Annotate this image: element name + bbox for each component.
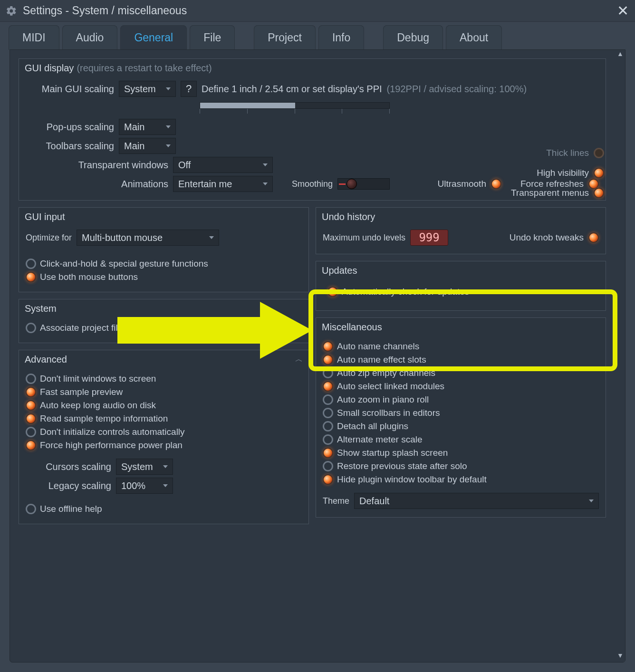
- misc-item-5[interactable]: Small scrollbars in editors: [323, 408, 599, 418]
- advanced-item-4[interactable]: Don't initialize controls automatically: [26, 427, 302, 437]
- advanced-item-1[interactable]: Fast sample preview: [26, 387, 302, 397]
- tab-info[interactable]: Info: [318, 25, 364, 50]
- chevron-down-icon: [263, 163, 268, 166]
- panel-undo-history: Undo history Maximum undo levels 999 Und…: [316, 207, 606, 254]
- window-title: Settings - System / miscellaneous: [23, 4, 616, 17]
- tab-midi[interactable]: MIDI: [9, 25, 59, 50]
- chevron-down-icon: [209, 236, 214, 239]
- chevron-down-icon: [163, 484, 168, 487]
- misc-item-1[interactable]: Auto name effect slots: [323, 355, 599, 365]
- optimize-dropdown[interactable]: Multi-button mouse: [77, 230, 219, 246]
- optimize-label: Optimize for: [26, 233, 72, 243]
- cursors-scaling-dropdown[interactable]: System: [116, 459, 173, 475]
- titlebar: Settings - System / miscellaneous ✕: [0, 0, 635, 22]
- advanced-header: Advanced: [25, 354, 67, 365]
- smoothing-slider[interactable]: [337, 178, 390, 190]
- transparent-windows-dropdown[interactable]: Off: [173, 157, 273, 173]
- popups-dropdown[interactable]: Main: [119, 119, 176, 135]
- ppi-slider[interactable]: [200, 102, 390, 109]
- cursors-scaling-label: Cursors scaling: [26, 461, 111, 472]
- advanced-item-2[interactable]: Auto keep long audio on disk: [26, 400, 302, 411]
- scrollbar[interactable]: ▲ ▼: [616, 50, 625, 662]
- help-button[interactable]: ?: [181, 81, 197, 97]
- popups-label: Pop-ups scaling: [26, 122, 114, 133]
- smoothing-label: Smoothing: [292, 179, 333, 189]
- system-header: System: [25, 303, 57, 314]
- transparent-windows-label: Transparent windows: [26, 160, 168, 171]
- ppi-label: Define 1 inch / 2.54 cm or set display's…: [202, 84, 382, 95]
- updates-header: Updates: [322, 265, 357, 276]
- high-visibility-toggle[interactable]: High visibility: [537, 168, 604, 178]
- misc-header: Miscellaneous: [322, 322, 382, 333]
- max-undo-label: Maximum undo levels: [323, 233, 405, 243]
- main-scaling-dropdown[interactable]: System: [119, 81, 176, 97]
- theme-dropdown[interactable]: Default: [354, 493, 599, 509]
- misc-item-7[interactable]: Alternate meter scale: [323, 434, 599, 445]
- misc-item-0[interactable]: Auto name channels: [323, 341, 599, 352]
- undo-knob-toggle[interactable]: Undo knob tweaks: [510, 232, 599, 243]
- panel-system: System Associate project files with appl…: [19, 299, 309, 343]
- chevron-down-icon: [163, 465, 168, 468]
- tab-about[interactable]: About: [446, 25, 502, 50]
- scroll-up-icon[interactable]: ▲: [616, 50, 625, 60]
- legacy-scaling-dropdown[interactable]: 100%: [116, 478, 173, 494]
- tab-audio[interactable]: Audio: [62, 25, 118, 50]
- legacy-scaling-label: Legacy scaling: [26, 480, 111, 491]
- panel-advanced: Advanced ︿ Don't limit windows to screen…: [19, 350, 309, 524]
- ppi-hint: (192PPI / advised scaling: 100%): [387, 84, 527, 95]
- click-hold-toggle[interactable]: Click-and-hold & special gesture functio…: [26, 259, 302, 269]
- misc-item-10[interactable]: Hide plugin window toolbar by default: [323, 474, 599, 485]
- misc-item-9[interactable]: Restore previous state after solo: [323, 461, 599, 471]
- panel-updates: Updates Automatically check for updates: [316, 261, 606, 311]
- offline-help-toggle[interactable]: Use offline help: [26, 504, 302, 514]
- advanced-item-0[interactable]: Don't limit windows to screen: [26, 374, 302, 384]
- tab-debug[interactable]: Debug: [383, 25, 443, 50]
- gui-display-header: GUI display: [25, 63, 74, 74]
- theme-label: Theme: [323, 496, 349, 506]
- associate-files-toggle[interactable]: Associate project files with application: [26, 323, 302, 333]
- chevron-down-icon: [263, 182, 268, 185]
- scroll-down-icon[interactable]: ▼: [616, 652, 625, 662]
- max-undo-value[interactable]: 999: [410, 230, 448, 246]
- close-icon[interactable]: ✕: [616, 4, 629, 18]
- chevron-down-icon: [589, 499, 594, 502]
- settings-window: Settings - System / miscellaneous ✕ MIDI…: [0, 0, 635, 672]
- advanced-item-5[interactable]: Force high performance power plan: [26, 440, 302, 451]
- transparent-menus-toggle[interactable]: Transparent menus: [511, 188, 604, 198]
- toolbars-label: Toolbars scaling: [26, 141, 114, 152]
- thick-lines-toggle[interactable]: Thick lines: [546, 148, 604, 158]
- misc-item-4[interactable]: Auto zoom in piano roll: [323, 394, 599, 405]
- chevron-down-icon: [166, 125, 171, 128]
- misc-item-6[interactable]: Detach all plugins: [323, 421, 599, 432]
- misc-item-8[interactable]: Show startup splash screen: [323, 448, 599, 458]
- gui-input-header: GUI input: [25, 211, 65, 222]
- panel-miscellaneous: Miscellaneous Auto name channelsAuto nam…: [316, 317, 606, 518]
- auto-check-updates-toggle[interactable]: Automatically check for updates: [327, 287, 599, 297]
- tab-project[interactable]: Project: [254, 25, 316, 50]
- misc-item-3[interactable]: Auto select linked modules: [323, 381, 599, 392]
- toolbars-dropdown[interactable]: Main: [119, 138, 176, 154]
- use-both-mouse-toggle[interactable]: Use both mouse buttons: [26, 272, 302, 282]
- animations-label: Animations: [26, 179, 168, 190]
- panel-gui-display: GUI display (requires a restart to take …: [19, 58, 606, 201]
- chevron-up-icon[interactable]: ︿: [295, 355, 303, 365]
- undo-header: Undo history: [322, 211, 375, 222]
- tab-file[interactable]: File: [190, 25, 235, 50]
- ultrasmooth-toggle[interactable]: Ultrasmooth: [438, 179, 501, 189]
- misc-item-2[interactable]: Auto zip empty channels: [323, 368, 599, 378]
- gear-icon: [6, 5, 17, 17]
- gui-display-hint: (requires a restart to take effect): [77, 63, 212, 74]
- chevron-down-icon: [166, 144, 171, 147]
- tabbar: MIDI Audio General File Project Info Deb…: [0, 22, 635, 49]
- animations-dropdown[interactable]: Entertain me: [173, 176, 273, 192]
- chevron-down-icon: [166, 87, 171, 90]
- tab-general[interactable]: General: [120, 25, 187, 50]
- panel-gui-input: GUI input Optimize for Multi-button mous…: [19, 207, 309, 292]
- main-scaling-label: Main GUI scaling: [26, 84, 114, 95]
- advanced-item-3[interactable]: Read sample tempo information: [26, 413, 302, 424]
- content-area: ▲ ▼ GUI display (requires a restart to t…: [10, 49, 625, 662]
